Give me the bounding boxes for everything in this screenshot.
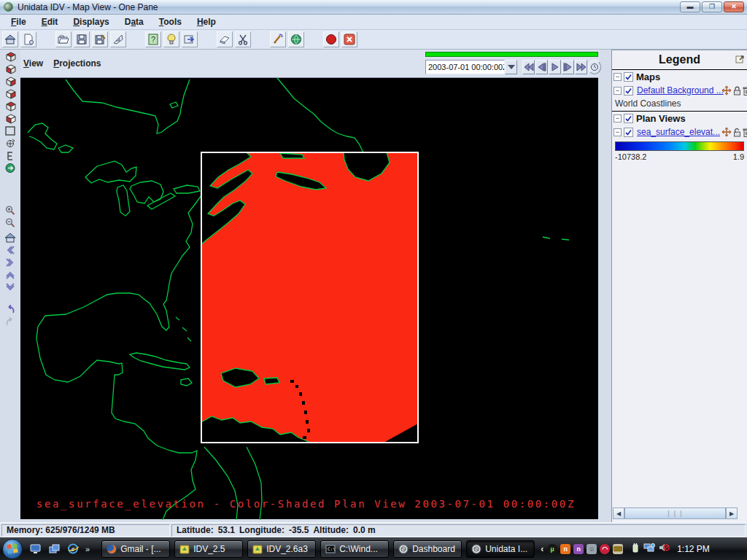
float-legend-icon[interactable] bbox=[735, 53, 745, 66]
taskbar-task-gmail[interactable]: Gmail - [... bbox=[101, 540, 170, 558]
menu-file[interactable]: File bbox=[6, 15, 31, 28]
keyboard-icon[interactable]: ⌨ bbox=[613, 544, 623, 554]
pan-right-icon[interactable] bbox=[3, 257, 18, 268]
legend-category-maps: − Maps bbox=[612, 69, 747, 83]
time-properties-icon[interactable] bbox=[588, 60, 601, 74]
move-cross-icon[interactable] bbox=[721, 127, 732, 140]
color-scale-bar[interactable] bbox=[615, 141, 744, 151]
view-cube-south-icon[interactable] bbox=[3, 100, 18, 112]
step-back-icon[interactable] bbox=[535, 60, 548, 74]
help-icon[interactable]: ? bbox=[145, 31, 161, 47]
view-cube-west-icon[interactable] bbox=[3, 112, 18, 124]
eraser-icon[interactable] bbox=[217, 31, 233, 47]
cut-icon[interactable] bbox=[235, 31, 251, 47]
menu-view[interactable]: View bbox=[23, 58, 43, 69]
taskbar-task-dashboard[interactable]: Dashboard bbox=[393, 540, 462, 558]
taskbar-clock[interactable]: 1:12 PM bbox=[677, 544, 710, 554]
edit-icon[interactable] bbox=[270, 31, 286, 47]
scroll-thumb[interactable]: ❘❘❘ bbox=[624, 508, 726, 519]
close-button[interactable]: ✕ bbox=[724, 1, 744, 12]
sea-surface-checkbox[interactable] bbox=[624, 128, 633, 137]
trash-icon[interactable] bbox=[743, 127, 747, 140]
start-button[interactable] bbox=[2, 539, 23, 559]
collapse-chevron[interactable]: ‹ bbox=[541, 544, 543, 554]
pan-left-icon[interactable] bbox=[3, 244, 18, 256]
view-cube-top-icon[interactable] bbox=[3, 50, 18, 62]
menu-projections[interactable]: Projections bbox=[53, 58, 101, 69]
sea-surface-elevation-link[interactable]: sea_surface_elevat... bbox=[637, 127, 720, 137]
onenote-icon[interactable]: n bbox=[573, 544, 584, 554]
undo-icon[interactable] bbox=[3, 303, 18, 315]
new-bundle-icon[interactable] bbox=[20, 31, 36, 47]
unlock-icon[interactable] bbox=[733, 127, 741, 140]
next-tip-icon[interactable] bbox=[182, 31, 198, 47]
minimize-button[interactable]: ▬ bbox=[680, 1, 700, 12]
menu-displays[interactable]: Displays bbox=[68, 15, 114, 28]
taskbar-task-idv26a3[interactable]: IDV_2.6a3 bbox=[247, 540, 316, 558]
earth-view-icon[interactable] bbox=[3, 162, 18, 174]
redo-icon[interactable] bbox=[3, 316, 18, 327]
antivirus-icon[interactable]: ◠ bbox=[600, 544, 610, 554]
perspective-box-icon[interactable] bbox=[3, 125, 18, 136]
zoom-in-icon[interactable] bbox=[3, 204, 18, 216]
reset-view-icon[interactable] bbox=[3, 232, 18, 244]
time-dropdown-icon[interactable] bbox=[505, 60, 517, 74]
taskbar-task-idv25[interactable]: IDV_2.5 bbox=[174, 540, 243, 558]
scroll-right-icon[interactable]: ▶ bbox=[726, 508, 738, 519]
stop-loads-icon[interactable] bbox=[323, 31, 339, 47]
collapse-icon[interactable]: − bbox=[614, 128, 622, 136]
overflow-chevron[interactable]: » bbox=[85, 545, 90, 553]
view-cube-north-icon[interactable] bbox=[3, 75, 18, 87]
rotate-view-icon[interactable] bbox=[3, 137, 18, 149]
pan-up-icon[interactable] bbox=[3, 269, 18, 281]
window-switcher-icon[interactable] bbox=[47, 542, 61, 556]
move-cross-icon[interactable] bbox=[721, 85, 732, 98]
menu-tools[interactable]: Tools bbox=[154, 15, 187, 28]
view-cube-bottom-icon[interactable] bbox=[3, 63, 18, 74]
tip-icon[interactable] bbox=[163, 31, 179, 47]
volume-muted-icon[interactable] bbox=[659, 542, 670, 556]
power-icon[interactable] bbox=[630, 542, 640, 556]
view-settings-icon[interactable] bbox=[3, 149, 18, 161]
default-background-link[interactable]: Default Background ... bbox=[637, 85, 724, 96]
scroll-left-icon[interactable]: ◀ bbox=[613, 508, 624, 519]
rewind-icon[interactable] bbox=[522, 60, 535, 74]
remove-displays-icon[interactable] bbox=[341, 31, 357, 47]
lock-icon[interactable] bbox=[733, 85, 741, 98]
map-canvas[interactable]: sea_surface_elevation - Color-Shaded Pla… bbox=[20, 77, 598, 519]
taskbar-task-command-prompt[interactable]: C:\ C:\Wind... bbox=[320, 540, 389, 558]
menu-edit[interactable]: Edit bbox=[36, 15, 63, 28]
globe-icon[interactable] bbox=[288, 31, 304, 47]
save-as-icon[interactable] bbox=[92, 31, 108, 47]
pan-down-icon[interactable] bbox=[3, 281, 18, 293]
legend-category-plan-views: − Plan Views bbox=[612, 111, 747, 125]
default-background-checkbox[interactable] bbox=[624, 86, 633, 96]
fast-forward-icon[interactable] bbox=[575, 60, 587, 74]
drawing-icon[interactable] bbox=[110, 31, 126, 47]
collapse-icon[interactable]: − bbox=[614, 73, 622, 81]
zoom-out-icon[interactable] bbox=[3, 217, 18, 228]
messenger-icon[interactable]: ☺ bbox=[587, 544, 597, 554]
plan-views-visibility-checkbox[interactable] bbox=[624, 114, 633, 123]
internet-explorer-icon[interactable]: e bbox=[66, 542, 80, 556]
legend-horizontal-scrollbar[interactable]: ◀ ❘❘❘ ▶ bbox=[613, 508, 738, 519]
step-forward-icon[interactable] bbox=[562, 60, 574, 74]
home-icon[interactable] bbox=[2, 31, 18, 47]
utorrent-icon[interactable]: µ bbox=[547, 544, 557, 554]
view-cube-east-icon[interactable] bbox=[3, 88, 18, 99]
time-field[interactable]: 2003-07-01 00:00:00Z bbox=[425, 60, 505, 74]
save-icon[interactable] bbox=[74, 31, 90, 47]
restore-button[interactable]: ❐ bbox=[702, 1, 722, 12]
trash-icon[interactable] bbox=[743, 85, 747, 98]
network-icon[interactable] bbox=[643, 542, 655, 556]
menu-data[interactable]: Data bbox=[120, 15, 149, 28]
maps-visibility-checkbox[interactable] bbox=[624, 72, 633, 82]
show-desktop-icon[interactable] bbox=[28, 542, 42, 556]
menu-help[interactable]: Help bbox=[192, 15, 221, 28]
download-manager-icon[interactable]: n bbox=[560, 544, 570, 554]
open-file-icon[interactable] bbox=[55, 31, 71, 47]
taskbar-task-unidata-idv[interactable]: Unidata I... bbox=[466, 540, 535, 558]
play-icon[interactable] bbox=[549, 60, 561, 74]
collapse-icon[interactable]: − bbox=[614, 114, 622, 122]
collapse-icon[interactable]: − bbox=[614, 87, 622, 95]
